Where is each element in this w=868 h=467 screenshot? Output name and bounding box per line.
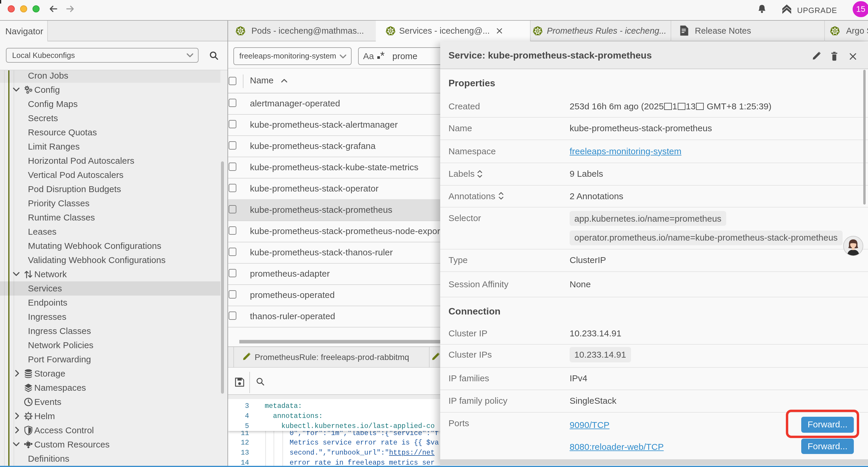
- svg-text:HELM: HELM: [25, 415, 31, 418]
